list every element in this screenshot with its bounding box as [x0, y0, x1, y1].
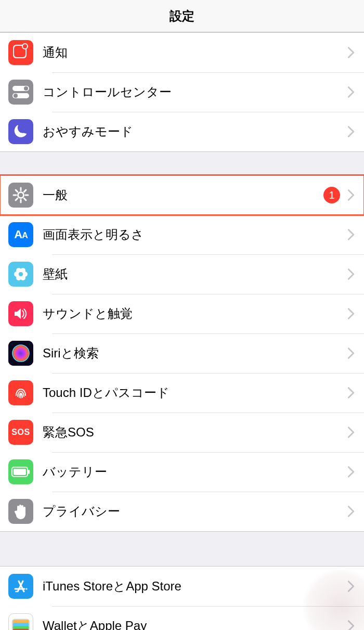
- fingerprint-icon: [8, 380, 33, 405]
- chevron-right-icon: [347, 46, 355, 59]
- header: 設定: [0, 0, 364, 32]
- svg-rect-27: [14, 469, 26, 475]
- row-label: 緊急SOS: [43, 424, 347, 441]
- svg-line-13: [16, 190, 18, 192]
- svg-line-11: [16, 198, 18, 200]
- svg-point-32: [25, 588, 27, 589]
- svg-line-15: [24, 190, 26, 192]
- text-aa-icon: AA: [8, 222, 33, 247]
- moon-icon: [8, 119, 33, 144]
- svg-point-4: [24, 86, 28, 91]
- row-notifications[interactable]: 通知: [0, 33, 364, 72]
- row-control-center[interactable]: コントロールセンター: [0, 72, 364, 112]
- bell-badge-icon: [8, 40, 33, 65]
- row-label: 通知: [43, 44, 347, 61]
- wallet-icon: [8, 613, 33, 630]
- row-display[interactable]: AA画面表示と明るさ: [0, 215, 364, 254]
- row-sounds[interactable]: サウンドと触覚: [0, 294, 364, 333]
- row-battery[interactable]: バッテリー: [0, 452, 364, 492]
- row-label: 一般: [43, 187, 323, 203]
- svg-line-9: [24, 198, 26, 200]
- notification-badge: 1: [323, 187, 340, 203]
- row-label: おやすみモード: [43, 123, 347, 140]
- chevron-right-icon: [347, 387, 355, 399]
- row-privacy[interactable]: プライバシー: [0, 492, 364, 531]
- speaker-icon: [8, 301, 33, 326]
- row-touchid[interactable]: Touch IDとパスコード: [0, 373, 364, 413]
- chevron-right-icon: [347, 228, 355, 241]
- row-label: iTunes StoreとApp Store: [43, 578, 347, 595]
- svg-point-33: [15, 590, 17, 592]
- chevron-right-icon: [347, 307, 355, 320]
- chevron-right-icon: [347, 466, 355, 478]
- chevron-right-icon: [347, 189, 355, 201]
- row-do-not-disturb[interactable]: おやすみモード: [0, 112, 364, 151]
- svg-point-22: [19, 272, 23, 276]
- row-label: WalletとApple Pay: [43, 618, 347, 630]
- settings-list: 通知コントロールセンターおやすみモード一般1AA画面表示と明るさ壁紙サウンドと触…: [0, 32, 364, 630]
- chevron-right-icon: [347, 347, 355, 359]
- sos-icon: SOS: [8, 420, 33, 445]
- flower-icon: [8, 262, 33, 287]
- switches-icon: [8, 80, 33, 105]
- settings-group: 通知コントロールセンターおやすみモード: [0, 32, 364, 152]
- hand-icon: [8, 499, 33, 524]
- row-itunes[interactable]: iTunes StoreとApp Store: [0, 567, 364, 606]
- row-label: Touch IDとパスコード: [43, 384, 347, 401]
- row-label: バッテリー: [43, 464, 347, 480]
- settings-group: iTunes StoreとApp StoreWalletとApple Pay: [0, 566, 364, 630]
- svg-rect-36: [13, 623, 29, 626]
- chevron-right-icon: [347, 268, 355, 280]
- chevron-right-icon: [347, 426, 355, 439]
- row-wallet[interactable]: WalletとApple Pay: [0, 606, 364, 630]
- row-siri[interactable]: Siriと検索: [0, 333, 364, 373]
- chevron-right-icon: [347, 505, 355, 518]
- row-label: 壁紙: [43, 266, 347, 282]
- siri-icon: [8, 341, 33, 366]
- row-label: Siriと検索: [43, 345, 347, 362]
- gear-icon: [8, 183, 33, 208]
- row-label: コントロールセンター: [43, 84, 347, 100]
- svg-point-2: [22, 44, 28, 49]
- chevron-right-icon: [347, 620, 355, 630]
- row-label: サウンドと触覚: [43, 305, 347, 322]
- settings-group: 一般1AA画面表示と明るさ壁紙サウンドと触覚Siriと検索Touch IDとパス…: [0, 175, 364, 532]
- chevron-right-icon: [347, 580, 355, 593]
- svg-point-6: [14, 94, 18, 98]
- chevron-right-icon: [347, 125, 355, 138]
- row-general[interactable]: 一般1: [0, 175, 364, 215]
- appstore-icon: [8, 574, 33, 599]
- svg-rect-28: [28, 470, 30, 474]
- page-title: 設定: [170, 8, 195, 24]
- row-label: プライバシー: [43, 503, 347, 520]
- svg-rect-35: [13, 620, 29, 624]
- row-emergency[interactable]: SOS緊急SOS: [0, 413, 364, 452]
- svg-rect-37: [13, 626, 29, 629]
- row-label: 画面表示と明るさ: [43, 226, 347, 243]
- row-wallpaper[interactable]: 壁紙: [0, 254, 364, 294]
- battery-icon: [8, 459, 33, 484]
- svg-point-7: [18, 192, 24, 198]
- chevron-right-icon: [347, 86, 355, 98]
